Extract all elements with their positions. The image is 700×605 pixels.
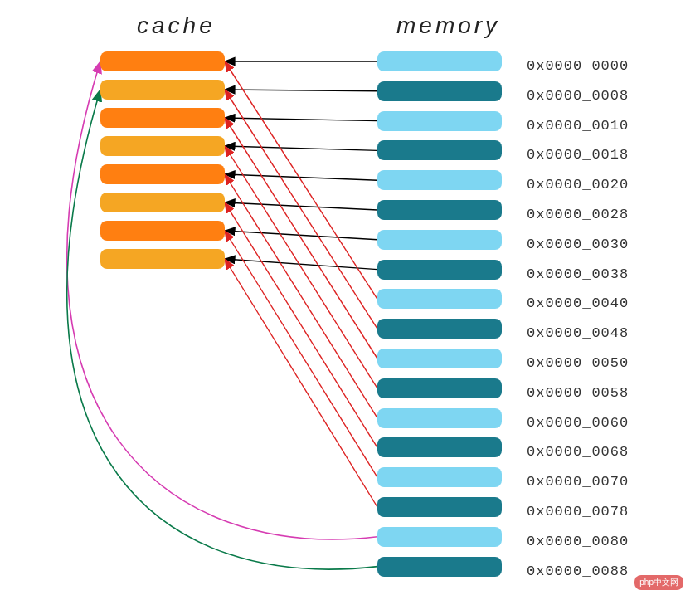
address-12: 0x0000_0060: [527, 408, 629, 438]
memory-line-2: [377, 111, 502, 131]
cache-line-0: [100, 51, 225, 71]
mapping-line-3: [225, 146, 377, 150]
address-list: 0x0000_00000x0000_00080x0000_00100x0000_…: [527, 51, 629, 586]
memory-line-11: [377, 378, 502, 398]
mapping-line-8: [225, 61, 377, 299]
memory-line-16: [377, 527, 502, 547]
mapping-line-16: [67, 61, 377, 539]
mapping-line-2: [225, 118, 377, 121]
watermark-badge: php中文网: [634, 575, 683, 590]
cache-line-4: [100, 164, 225, 184]
address-17: 0x0000_0088: [527, 557, 629, 587]
mapping-line-12: [225, 174, 377, 418]
diagram-container: cache memory 0x0000_00000x0000_00080x000…: [0, 0, 700, 605]
mapping-line-13: [225, 202, 377, 447]
memory-line-4: [377, 170, 502, 190]
address-2: 0x0000_0010: [527, 111, 629, 141]
mapping-line-11: [225, 146, 377, 388]
cache-line-6: [100, 221, 225, 241]
address-1: 0x0000_0008: [527, 81, 629, 111]
memory-line-5: [377, 200, 502, 220]
address-0: 0x0000_0000: [527, 51, 629, 81]
mapping-line-17: [67, 90, 377, 569]
memory-line-12: [377, 408, 502, 428]
memory-line-1: [377, 81, 502, 101]
address-13: 0x0000_0068: [527, 437, 629, 467]
memory-title: memory: [396, 12, 500, 39]
mapping-line-4: [225, 174, 377, 180]
address-14: 0x0000_0070: [527, 467, 629, 497]
memory-line-14: [377, 467, 502, 487]
memory-line-7: [377, 260, 502, 280]
memory-line-15: [377, 497, 502, 517]
mapping-line-10: [225, 118, 377, 359]
cache-line-5: [100, 193, 225, 212]
address-5: 0x0000_0028: [527, 200, 629, 230]
memory-line-6: [377, 230, 502, 250]
mapping-line-9: [225, 90, 377, 329]
address-3: 0x0000_0018: [527, 140, 629, 170]
memory-line-0: [377, 51, 502, 71]
mapping-line-5: [225, 202, 377, 210]
address-15: 0x0000_0078: [527, 497, 629, 527]
mapping-line-7: [225, 259, 377, 270]
address-4: 0x0000_0020: [527, 170, 629, 200]
memory-line-13: [377, 437, 502, 457]
memory-line-17: [377, 557, 502, 577]
cache-line-1: [100, 80, 225, 100]
memory-line-8: [377, 289, 502, 309]
memory-line-10: [377, 349, 502, 368]
mapping-line-1: [225, 90, 377, 91]
mapping-line-6: [225, 231, 377, 240]
mapping-line-14: [225, 231, 377, 477]
cache-line-7: [100, 249, 225, 269]
cache-line-2: [100, 108, 225, 128]
address-11: 0x0000_0058: [527, 378, 629, 408]
address-16: 0x0000_0080: [527, 527, 629, 557]
memory-line-9: [377, 319, 502, 339]
address-8: 0x0000_0040: [527, 289, 629, 319]
memory-line-3: [377, 140, 502, 160]
address-6: 0x0000_0030: [527, 230, 629, 260]
address-7: 0x0000_0038: [527, 260, 629, 290]
address-9: 0x0000_0048: [527, 319, 629, 349]
address-10: 0x0000_0050: [527, 349, 629, 378]
cache-title: cache: [137, 12, 216, 39]
cache-line-3: [100, 136, 225, 156]
mapping-line-15: [225, 259, 377, 507]
